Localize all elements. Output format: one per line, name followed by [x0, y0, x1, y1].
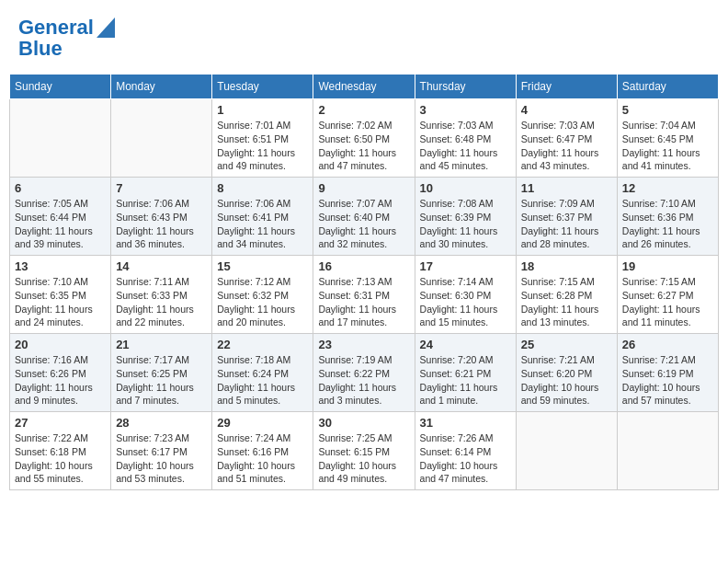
- day-details: Sunrise: 7:03 AM Sunset: 6:47 PM Dayligh…: [521, 119, 612, 173]
- day-details: Sunrise: 7:02 AM Sunset: 6:50 PM Dayligh…: [318, 119, 409, 173]
- calendar-cell: 22Sunrise: 7:18 AM Sunset: 6:24 PM Dayli…: [212, 334, 313, 412]
- day-number: 26: [622, 338, 713, 351]
- day-details: Sunrise: 7:16 AM Sunset: 6:26 PM Dayligh…: [15, 353, 106, 408]
- calendar-cell: 30Sunrise: 7:25 AM Sunset: 6:15 PM Dayli…: [313, 412, 415, 490]
- day-details: Sunrise: 7:04 AM Sunset: 6:45 PM Dayligh…: [622, 119, 713, 173]
- day-details: Sunrise: 7:12 AM Sunset: 6:32 PM Dayligh…: [217, 275, 308, 329]
- day-details: Sunrise: 7:01 AM Sunset: 6:51 PM Dayligh…: [217, 119, 308, 173]
- day-number: 31: [420, 416, 511, 430]
- day-number: 16: [318, 259, 409, 273]
- weekday-header-thursday: Thursday: [415, 75, 516, 99]
- logo-icon: [97, 17, 115, 38]
- logo-text-blue: Blue: [18, 38, 63, 60]
- day-details: Sunrise: 7:15 AM Sunset: 6:28 PM Dayligh…: [521, 275, 612, 329]
- calendar-cell: [111, 99, 212, 178]
- calendar-cell: 3Sunrise: 7:03 AM Sunset: 6:48 PM Daylig…: [415, 99, 516, 178]
- day-details: Sunrise: 7:05 AM Sunset: 6:44 PM Dayligh…: [15, 197, 106, 251]
- day-number: 24: [420, 338, 511, 351]
- day-details: Sunrise: 7:06 AM Sunset: 6:43 PM Dayligh…: [116, 197, 207, 251]
- day-number: 23: [318, 338, 409, 351]
- calendar-cell: [617, 412, 718, 490]
- day-number: 1: [217, 103, 308, 117]
- day-details: Sunrise: 7:10 AM Sunset: 6:36 PM Dayligh…: [622, 197, 713, 251]
- calendar-table: SundayMondayTuesdayWednesdayThursdayFrid…: [9, 74, 719, 490]
- day-details: Sunrise: 7:22 AM Sunset: 6:18 PM Dayligh…: [15, 431, 106, 486]
- day-details: Sunrise: 7:23 AM Sunset: 6:17 PM Dayligh…: [116, 431, 207, 486]
- day-details: Sunrise: 7:20 AM Sunset: 6:21 PM Dayligh…: [420, 353, 511, 408]
- calendar-cell: 29Sunrise: 7:24 AM Sunset: 6:16 PM Dayli…: [212, 412, 313, 490]
- calendar-cell: 18Sunrise: 7:15 AM Sunset: 6:28 PM Dayli…: [516, 256, 617, 334]
- calendar-cell: 17Sunrise: 7:14 AM Sunset: 6:30 PM Dayli…: [415, 256, 516, 334]
- day-number: 15: [217, 259, 308, 273]
- day-details: Sunrise: 7:14 AM Sunset: 6:30 PM Dayligh…: [420, 275, 511, 329]
- logo: General Blue: [18, 14, 115, 60]
- calendar-cell: [516, 412, 617, 490]
- day-details: Sunrise: 7:19 AM Sunset: 6:22 PM Dayligh…: [318, 353, 409, 408]
- day-number: 5: [622, 103, 713, 117]
- calendar-week-3: 13Sunrise: 7:10 AM Sunset: 6:35 PM Dayli…: [10, 256, 719, 334]
- page-header: General Blue: [9, 9, 719, 64]
- calendar-body: 1Sunrise: 7:01 AM Sunset: 6:51 PM Daylig…: [10, 99, 719, 490]
- day-number: 28: [116, 416, 207, 430]
- day-number: 11: [521, 181, 612, 195]
- logo-text-general: General: [18, 17, 94, 39]
- day-number: 6: [15, 181, 106, 195]
- day-number: 12: [622, 181, 713, 195]
- day-number: 25: [521, 338, 612, 351]
- calendar-cell: 27Sunrise: 7:22 AM Sunset: 6:18 PM Dayli…: [10, 412, 111, 490]
- day-number: 17: [420, 259, 511, 273]
- calendar-cell: 24Sunrise: 7:20 AM Sunset: 6:21 PM Dayli…: [415, 334, 516, 412]
- day-number: 21: [116, 338, 207, 351]
- day-number: 19: [622, 259, 713, 273]
- day-details: Sunrise: 7:25 AM Sunset: 6:15 PM Dayligh…: [318, 431, 409, 486]
- day-number: 18: [521, 259, 612, 273]
- calendar-cell: 19Sunrise: 7:15 AM Sunset: 6:27 PM Dayli…: [617, 256, 718, 334]
- day-number: 8: [217, 181, 308, 195]
- calendar-cell: 25Sunrise: 7:21 AM Sunset: 6:20 PM Dayli…: [516, 334, 617, 412]
- calendar-cell: 14Sunrise: 7:11 AM Sunset: 6:33 PM Dayli…: [111, 256, 212, 334]
- calendar-cell: 11Sunrise: 7:09 AM Sunset: 6:37 PM Dayli…: [516, 178, 617, 256]
- calendar-cell: 1Sunrise: 7:01 AM Sunset: 6:51 PM Daylig…: [212, 99, 313, 178]
- calendar-cell: 26Sunrise: 7:21 AM Sunset: 6:19 PM Dayli…: [617, 334, 718, 412]
- day-number: 9: [318, 181, 409, 195]
- day-number: 2: [318, 103, 409, 117]
- calendar-cell: [10, 99, 111, 178]
- day-details: Sunrise: 7:11 AM Sunset: 6:33 PM Dayligh…: [116, 275, 207, 329]
- day-number: 4: [521, 103, 612, 117]
- calendar-cell: 8Sunrise: 7:06 AM Sunset: 6:41 PM Daylig…: [212, 178, 313, 256]
- calendar-cell: 5Sunrise: 7:04 AM Sunset: 6:45 PM Daylig…: [617, 99, 718, 178]
- day-number: 10: [420, 181, 511, 195]
- day-details: Sunrise: 7:26 AM Sunset: 6:14 PM Dayligh…: [420, 431, 511, 486]
- day-number: 30: [318, 416, 409, 430]
- day-details: Sunrise: 7:07 AM Sunset: 6:40 PM Dayligh…: [318, 197, 409, 251]
- weekday-header-friday: Friday: [516, 75, 617, 99]
- calendar-cell: 13Sunrise: 7:10 AM Sunset: 6:35 PM Dayli…: [10, 256, 111, 334]
- day-details: Sunrise: 7:15 AM Sunset: 6:27 PM Dayligh…: [622, 275, 713, 329]
- day-number: 14: [116, 259, 207, 273]
- day-details: Sunrise: 7:17 AM Sunset: 6:25 PM Dayligh…: [116, 353, 207, 408]
- day-details: Sunrise: 7:21 AM Sunset: 6:19 PM Dayligh…: [622, 353, 713, 408]
- weekday-header-saturday: Saturday: [617, 75, 718, 99]
- day-details: Sunrise: 7:08 AM Sunset: 6:39 PM Dayligh…: [420, 197, 511, 251]
- calendar-cell: 31Sunrise: 7:26 AM Sunset: 6:14 PM Dayli…: [415, 412, 516, 490]
- weekday-header-row: SundayMondayTuesdayWednesdayThursdayFrid…: [10, 75, 719, 99]
- calendar-cell: 10Sunrise: 7:08 AM Sunset: 6:39 PM Dayli…: [415, 178, 516, 256]
- calendar-week-1: 1Sunrise: 7:01 AM Sunset: 6:51 PM Daylig…: [10, 99, 719, 178]
- calendar-cell: 2Sunrise: 7:02 AM Sunset: 6:50 PM Daylig…: [313, 99, 415, 178]
- calendar-cell: 21Sunrise: 7:17 AM Sunset: 6:25 PM Dayli…: [111, 334, 212, 412]
- calendar-cell: 15Sunrise: 7:12 AM Sunset: 6:32 PM Dayli…: [212, 256, 313, 334]
- day-details: Sunrise: 7:06 AM Sunset: 6:41 PM Dayligh…: [217, 197, 308, 251]
- day-details: Sunrise: 7:18 AM Sunset: 6:24 PM Dayligh…: [217, 353, 308, 408]
- weekday-header-sunday: Sunday: [10, 75, 111, 99]
- day-details: Sunrise: 7:24 AM Sunset: 6:16 PM Dayligh…: [217, 431, 308, 486]
- calendar-cell: 12Sunrise: 7:10 AM Sunset: 6:36 PM Dayli…: [617, 178, 718, 256]
- weekday-header-monday: Monday: [111, 75, 212, 99]
- calendar-cell: 9Sunrise: 7:07 AM Sunset: 6:40 PM Daylig…: [313, 178, 415, 256]
- calendar-cell: 28Sunrise: 7:23 AM Sunset: 6:17 PM Dayli…: [111, 412, 212, 490]
- day-number: 7: [116, 181, 207, 195]
- day-details: Sunrise: 7:21 AM Sunset: 6:20 PM Dayligh…: [521, 353, 612, 408]
- calendar-week-2: 6Sunrise: 7:05 AM Sunset: 6:44 PM Daylig…: [10, 178, 719, 256]
- day-details: Sunrise: 7:10 AM Sunset: 6:35 PM Dayligh…: [15, 275, 106, 329]
- weekday-header-tuesday: Tuesday: [212, 75, 313, 99]
- calendar-cell: 6Sunrise: 7:05 AM Sunset: 6:44 PM Daylig…: [10, 178, 111, 256]
